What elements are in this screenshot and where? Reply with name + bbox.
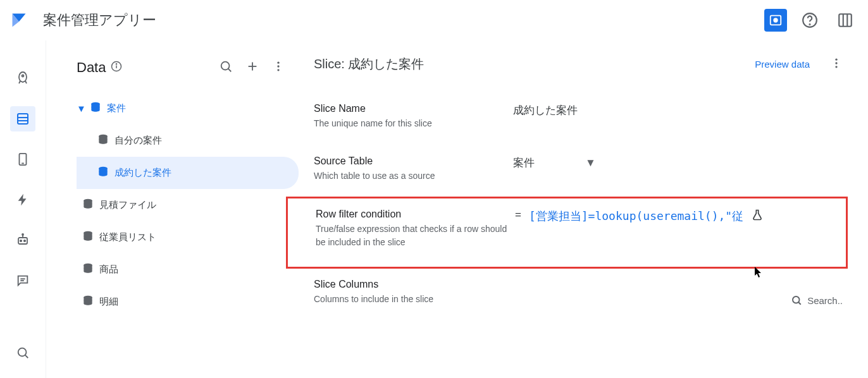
database-icon xyxy=(82,295,94,309)
tree-child-item[interactable]: 自分の案件 xyxy=(77,125,299,157)
more-vert-icon[interactable] xyxy=(268,56,288,79)
tree-child-item[interactable]: 商品 xyxy=(77,253,299,286)
slice-header: Slice: 成約した案件 xyxy=(314,56,424,73)
info-icon[interactable] xyxy=(111,61,122,75)
field-sublabel: True/false expression that checks if a r… xyxy=(316,223,515,249)
database-icon xyxy=(97,166,109,180)
row-filter-expression[interactable]: = [営業担当]=lookup(useremail(),"従 xyxy=(515,209,841,224)
svg-point-42 xyxy=(793,296,800,303)
tree-item-label: 自分の案件 xyxy=(115,135,162,147)
caret-down-icon: ▼ xyxy=(77,103,84,114)
svg-point-1 xyxy=(774,18,778,22)
field-label: Source Table xyxy=(314,155,513,167)
columns-search-input[interactable]: Search.. xyxy=(791,295,843,306)
highlighted-section: Row filter condition True/false expressi… xyxy=(286,197,848,269)
database-icon xyxy=(89,101,102,116)
add-icon[interactable] xyxy=(242,56,263,80)
nav-chat-icon[interactable] xyxy=(10,268,35,293)
svg-point-20 xyxy=(18,348,27,357)
svg-point-29 xyxy=(277,62,279,64)
svg-point-14 xyxy=(20,240,22,241)
field-sublabel: Columns to include in the slice xyxy=(314,293,513,306)
svg-rect-4 xyxy=(839,14,852,27)
grid-menu-icon[interactable] xyxy=(833,8,858,33)
svg-point-39 xyxy=(835,58,837,60)
preview-data-link[interactable]: Preview data xyxy=(755,59,810,70)
svg-point-24 xyxy=(116,64,117,64)
nav-views-icon[interactable] xyxy=(10,147,35,172)
svg-point-30 xyxy=(277,65,279,67)
tree-parent-item[interactable]: ▼ 案件 xyxy=(77,92,299,125)
svg-line-21 xyxy=(25,355,28,358)
database-icon xyxy=(82,262,94,277)
flask-icon[interactable] xyxy=(751,209,764,224)
svg-point-31 xyxy=(277,69,279,71)
tree-item-label: 見積ファイル xyxy=(99,199,156,211)
field-sublabel: The unique name for this slice xyxy=(314,117,513,130)
tree-child-item[interactable]: 従業員リスト xyxy=(77,221,299,253)
nav-search-icon[interactable] xyxy=(10,340,35,365)
slice-name-value[interactable]: 成約した案件 xyxy=(513,103,843,130)
nav-bots-icon[interactable] xyxy=(10,228,35,253)
field-label: Row filter condition xyxy=(316,209,515,220)
tree-item-label: 商品 xyxy=(99,264,118,276)
svg-point-15 xyxy=(24,240,25,241)
svg-line-26 xyxy=(228,69,232,72)
tree-child-item-selected[interactable]: 成約した案件 xyxy=(77,157,299,189)
svg-point-41 xyxy=(835,66,837,68)
tree-child-item[interactable]: 明細 xyxy=(77,286,299,318)
tree-item-label: 従業員リスト xyxy=(99,231,156,243)
database-icon xyxy=(97,133,109,148)
chevron-down-icon: ▼ xyxy=(585,157,596,169)
svg-rect-8 xyxy=(18,114,28,124)
svg-point-17 xyxy=(22,234,23,235)
tree-item-label: 明細 xyxy=(99,296,118,308)
field-label: Slice Columns xyxy=(314,279,513,290)
tree-item-label: 案件 xyxy=(107,102,126,114)
field-label: Slice Name xyxy=(314,103,513,114)
panel-title: Data xyxy=(77,59,106,76)
app-title: 案件管理アプリー xyxy=(43,11,764,30)
svg-point-25 xyxy=(221,62,230,70)
help-icon[interactable] xyxy=(797,8,822,33)
svg-point-7 xyxy=(22,75,24,77)
search-icon[interactable] xyxy=(215,56,237,80)
field-sublabel: Which table to use as a source xyxy=(314,169,513,183)
svg-line-43 xyxy=(798,302,801,305)
preview-button[interactable] xyxy=(764,9,787,32)
more-vert-icon[interactable] xyxy=(830,57,843,72)
source-table-select[interactable]: 案件 ▼ xyxy=(513,155,843,170)
svg-point-40 xyxy=(835,62,837,64)
nav-actions-icon[interactable] xyxy=(10,187,35,212)
nav-rocket-icon[interactable] xyxy=(10,66,35,91)
appsheet-logo-icon xyxy=(10,11,28,29)
nav-data-icon[interactable] xyxy=(10,106,35,131)
tree-child-item[interactable]: 見積ファイル xyxy=(77,189,299,221)
svg-point-3 xyxy=(809,23,810,24)
tree-item-label: 成約した案件 xyxy=(115,167,171,179)
database-icon xyxy=(82,198,94,212)
database-icon xyxy=(82,230,94,245)
